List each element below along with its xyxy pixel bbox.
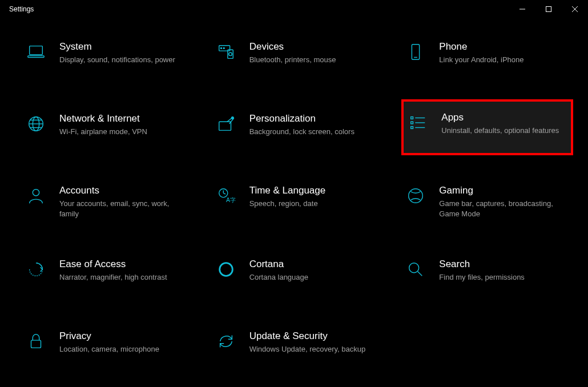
svg-rect-24 (411, 127, 413, 129)
tile-privacy[interactable]: Privacy Location, camera, microphone (24, 327, 191, 368)
tile-title: Accounts (59, 185, 187, 196)
svg-rect-5 (28, 56, 44, 58)
tile-title: Network & Internet (59, 113, 187, 124)
tile-title: Apps (441, 112, 566, 123)
tile-desc: Location, camera, microphone (59, 344, 187, 354)
tile-network[interactable]: Network & Internet Wi-Fi, airplane mode,… (24, 110, 191, 151)
lock-icon (26, 330, 47, 353)
tile-ease-of-access[interactable]: Ease of Access Narrator, magnifier, high… (24, 255, 191, 296)
svg-point-7 (220, 47, 221, 49)
svg-point-31 (409, 189, 423, 203)
svg-point-26 (33, 190, 39, 196)
cortana-icon (216, 259, 237, 281)
tile-title: Gaming (439, 185, 566, 196)
svg-rect-18 (219, 122, 231, 130)
update-icon (216, 330, 237, 353)
svg-rect-4 (30, 46, 43, 55)
person-icon (26, 185, 47, 208)
tile-accounts[interactable]: Accounts Your accounts, email, sync, wor… (24, 182, 191, 224)
tile-desc: Windows Update, recovery, backup (249, 344, 377, 354)
tile-system[interactable]: System Display, sound, notifications, po… (24, 38, 191, 79)
laptop-icon (26, 41, 47, 64)
tile-title: Ease of Access (59, 259, 187, 270)
tile-search[interactable]: Search Find my files, permissions (404, 255, 571, 296)
tile-desc: Uninstall, defaults, optional features (441, 126, 566, 136)
titlebar: Settings (0, 0, 588, 18)
ease-icon (26, 259, 47, 281)
tile-desc: Link your Android, iPhone (439, 55, 566, 65)
svg-point-32 (219, 263, 232, 276)
tile-title: Devices (249, 41, 377, 53)
tile-desc: Speech, region, date (249, 199, 377, 209)
globe-icon (26, 113, 47, 136)
tile-cortana[interactable]: Cortana Cortana language (214, 255, 381, 296)
svg-point-8 (223, 47, 224, 49)
tile-gaming[interactable]: Gaming Game bar, captures, broadcasting,… (404, 182, 571, 224)
svg-line-34 (418, 272, 422, 276)
tile-desc: Narrator, magnifier, high contrast (59, 272, 187, 283)
tile-title: Cortana (249, 259, 377, 270)
settings-grid: System Display, sound, notifications, po… (0, 18, 588, 380)
close-button[interactable] (562, 0, 588, 18)
tile-desc: Bluetooth, printers, mouse (249, 55, 377, 65)
tile-desc: Background, lock screen, colors (249, 127, 377, 137)
tile-desc: Cortana language (249, 272, 377, 283)
window-controls (509, 0, 588, 18)
tile-update-security[interactable]: Update & Security Windows Update, recove… (214, 327, 381, 368)
minimize-button[interactable] (509, 0, 535, 18)
search-icon (406, 259, 426, 281)
apps-icon (408, 112, 429, 135)
window-title: Settings (9, 5, 34, 13)
tile-title: Update & Security (249, 330, 377, 342)
tile-desc: Wi-Fi, airplane mode, VPN (59, 127, 187, 137)
svg-rect-35 (31, 340, 41, 348)
svg-text:A字: A字 (226, 197, 236, 203)
tile-title: Personalization (249, 113, 377, 124)
tile-devices[interactable]: Devices Bluetooth, printers, mouse (214, 38, 381, 79)
tile-title: Search (439, 259, 566, 270)
tile-title: Phone (439, 41, 566, 53)
svg-point-33 (409, 263, 419, 273)
svg-rect-22 (411, 122, 413, 124)
tile-desc: Your accounts, email, sync, work, family (59, 199, 187, 219)
svg-point-19 (231, 117, 233, 119)
svg-rect-20 (411, 117, 413, 119)
tile-title: Privacy (59, 330, 187, 342)
tile-desc: Find my files, permissions (439, 272, 566, 283)
brush-icon (216, 113, 237, 136)
xbox-icon (406, 185, 426, 208)
tile-apps[interactable]: Apps Uninstall, defaults, optional featu… (404, 102, 571, 153)
tile-time-language[interactable]: A字 Time & Language Speech, region, date (214, 182, 381, 224)
time-lang-icon: A字 (216, 185, 237, 208)
tile-desc: Game bar, captures, broadcasting, Game M… (439, 199, 566, 219)
maximize-button[interactable] (535, 0, 562, 18)
phone-icon (406, 41, 426, 64)
tile-title: System (59, 41, 187, 53)
devices-icon (216, 41, 237, 64)
svg-point-10 (228, 53, 232, 56)
svg-rect-1 (546, 7, 551, 12)
tile-desc: Display, sound, notifications, power (59, 55, 187, 65)
tile-phone[interactable]: Phone Link your Android, iPhone (404, 38, 571, 79)
svg-line-29 (223, 193, 225, 194)
tile-personalization[interactable]: Personalization Background, lock screen,… (214, 110, 381, 151)
tile-title: Time & Language (249, 185, 377, 196)
